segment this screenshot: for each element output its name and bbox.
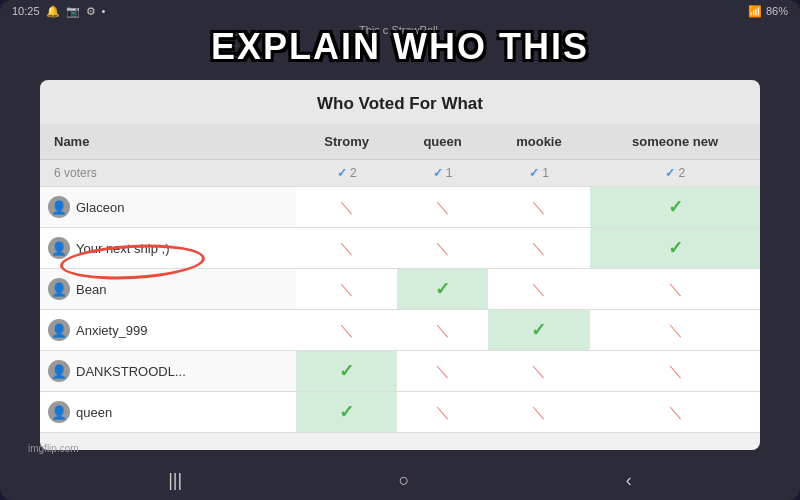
vote-cell: ✓ xyxy=(590,228,760,269)
vote-cell: ＼ xyxy=(590,392,760,433)
notification-icon: 🔔 xyxy=(46,5,60,18)
voter-name: DANKSTROODL... xyxy=(76,364,186,379)
count-mookie: ✓ 1 xyxy=(488,160,590,187)
voter-name: Your next ship ;) xyxy=(76,241,169,256)
vote-cell: ＼ xyxy=(488,351,590,392)
dot-indicator: • xyxy=(102,5,106,17)
device-frame: 10:25 🔔 📷 ⚙ • 📶 86% This c StrawPoll. EX… xyxy=(0,0,800,500)
col-name: Name xyxy=(40,124,296,160)
name-cell: 👤 Bean xyxy=(40,269,296,310)
avatar: 👤 xyxy=(48,278,70,300)
count-someone-new: ✓ 2 xyxy=(590,160,760,187)
vote-cell: ＼ xyxy=(488,228,590,269)
count-stromy: ✓ 2 xyxy=(296,160,397,187)
voters-label: 6 voters xyxy=(40,160,296,187)
status-bar-left: 10:25 🔔 📷 ⚙ • xyxy=(12,5,105,18)
vote-cell: ＼ xyxy=(397,351,487,392)
vote-cell: ✓ xyxy=(296,392,397,433)
avatar: 👤 xyxy=(48,360,70,382)
name-cell: 👤 Your next ship ;) xyxy=(40,228,296,269)
table-row: 👤 DANKSTROODL... ✓ ＼ ＼ ＼ xyxy=(40,351,760,392)
poll-content-area: Who Voted For What Name Stromy queen moo… xyxy=(40,80,760,450)
vote-cell: ＼ xyxy=(296,187,397,228)
time-display: 10:25 xyxy=(12,5,40,17)
name-cell: 👤 Glaceon xyxy=(40,187,296,228)
votes-table: Name Stromy queen mookie someone new 6 v… xyxy=(40,124,760,433)
vote-cell: ＼ xyxy=(590,269,760,310)
subtitle-bar: This c StrawPoll. xyxy=(0,22,800,40)
name-cell: 👤 Anxiety_999 xyxy=(40,310,296,351)
vote-cell: ✓ xyxy=(296,351,397,392)
navigation-bar: ||| ○ ‹ xyxy=(0,460,800,500)
status-bar-right: 📶 86% xyxy=(748,5,788,18)
table-row: 👤 Bean ＼ ✓ ＼ ＼ xyxy=(40,269,760,310)
nav-home-button[interactable]: ○ xyxy=(399,470,410,491)
poll-title: Who Voted For What xyxy=(40,80,760,124)
nav-back-button[interactable]: ‹ xyxy=(626,470,632,491)
subtitle-text: This c StrawPoll. xyxy=(359,24,441,36)
count-queen: ✓ 1 xyxy=(397,160,487,187)
table-row: 👤 Glaceon ＼ ＼ ＼ ✓ xyxy=(40,187,760,228)
wifi-icon: 📶 xyxy=(748,5,762,18)
name-cell: 👤 DANKSTROODL... xyxy=(40,351,296,392)
table-row-highlighted: 👤 Your next ship ;) ＼ ＼ ＼ ✓ xyxy=(40,228,760,269)
col-stromy: Stromy xyxy=(296,124,397,160)
avatar: 👤 xyxy=(48,401,70,423)
avatar: 👤 xyxy=(48,319,70,341)
camera-icon: 📷 xyxy=(66,5,80,18)
voter-name: Glaceon xyxy=(76,200,124,215)
vote-cell: ✓ xyxy=(397,269,487,310)
vote-cell: ＼ xyxy=(590,351,760,392)
imgflip-watermark: imgflip.com xyxy=(28,443,79,454)
vote-cell: ＼ xyxy=(397,187,487,228)
vote-cell: ＼ xyxy=(488,187,590,228)
vote-cell: ＼ xyxy=(397,228,487,269)
nav-menu-button[interactable]: ||| xyxy=(168,470,182,491)
vote-cell: ＼ xyxy=(397,392,487,433)
vote-cell: ＼ xyxy=(397,310,487,351)
voter-name: queen xyxy=(76,405,112,420)
col-mookie: mookie xyxy=(488,124,590,160)
vote-cell: ✓ xyxy=(590,187,760,228)
vote-cell: ＼ xyxy=(296,228,397,269)
settings-icon: ⚙ xyxy=(86,5,96,18)
voter-name: Anxiety_999 xyxy=(76,323,148,338)
voters-count-row: 6 voters ✓ 2 ✓ 1 ✓ 1 ✓ 2 xyxy=(40,160,760,187)
avatar: 👤 xyxy=(48,237,70,259)
table-header-row: Name Stromy queen mookie someone new xyxy=(40,124,760,160)
table-row: 👤 Anxiety_999 ＼ ＼ ✓ ＼ xyxy=(40,310,760,351)
col-someone-new: someone new xyxy=(590,124,760,160)
voter-name: Bean xyxy=(76,282,106,297)
avatar: 👤 xyxy=(48,196,70,218)
vote-cell: ✓ xyxy=(488,310,590,351)
battery-display: 86% xyxy=(766,5,788,17)
vote-cell: ＼ xyxy=(488,392,590,433)
table-row: 👤 queen ✓ ＼ ＼ ＼ xyxy=(40,392,760,433)
vote-cell: ＼ xyxy=(488,269,590,310)
col-queen: queen xyxy=(397,124,487,160)
name-cell: 👤 queen xyxy=(40,392,296,433)
table-container: Name Stromy queen mookie someone new 6 v… xyxy=(40,124,760,450)
vote-cell: ＼ xyxy=(296,269,397,310)
status-bar: 10:25 🔔 📷 ⚙ • 📶 86% xyxy=(0,0,800,22)
vote-cell: ＼ xyxy=(590,310,760,351)
vote-cell: ＼ xyxy=(296,310,397,351)
